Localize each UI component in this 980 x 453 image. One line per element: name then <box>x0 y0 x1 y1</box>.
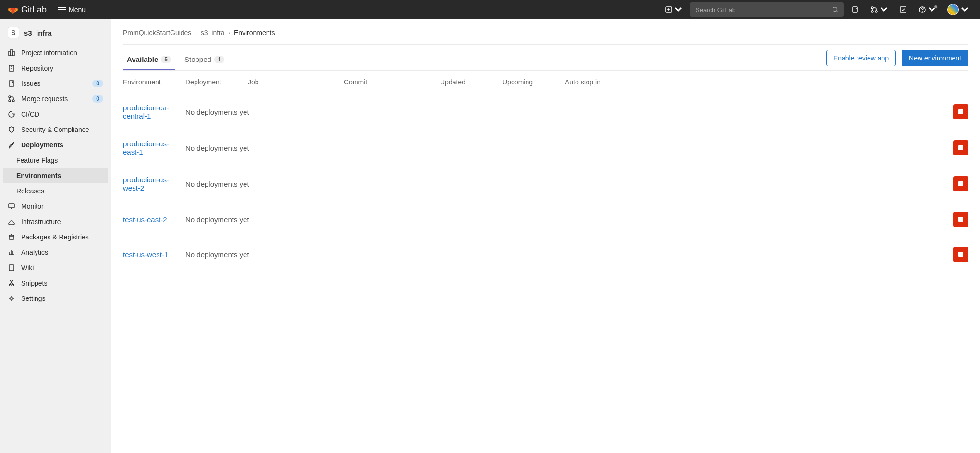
nav-label: CI/CD <box>21 110 39 118</box>
stop-icon <box>958 252 963 257</box>
environments-table-header: Environment Deployment Job Commit Update… <box>123 71 968 94</box>
sidebar-item-wiki[interactable]: Wiki <box>0 260 111 275</box>
environment-name-link[interactable]: test-us-east-2 <box>123 215 185 224</box>
stop-environment-button[interactable] <box>953 176 968 191</box>
svg-point-18 <box>12 100 14 102</box>
stop-environment-button[interactable] <box>953 140 968 155</box>
stop-icon <box>958 109 963 114</box>
shield-icon <box>8 126 15 133</box>
help-button[interactable] <box>915 3 940 16</box>
nav-label: Issues <box>21 80 40 87</box>
sidebar-item-snippets[interactable]: Snippets <box>0 275 111 291</box>
tab-count: 5 <box>161 56 171 63</box>
table-row: production-ca-central-1 No deployments y… <box>123 94 968 130</box>
nav-label: Merge requests <box>21 95 68 103</box>
cicd-icon <box>8 110 15 118</box>
svg-rect-22 <box>9 265 14 271</box>
issues-shortcut-button[interactable] <box>847 3 863 16</box>
nav-label: Repository <box>21 64 53 72</box>
svg-point-24 <box>12 284 14 286</box>
user-menu-button[interactable] <box>943 1 972 18</box>
stop-icon <box>958 181 963 186</box>
new-environment-button[interactable]: New environment <box>902 50 968 66</box>
topbar: GitLab Menu <box>0 0 980 19</box>
sidebar-item-releases[interactable]: Releases <box>0 183 111 199</box>
sidebar-item-settings[interactable]: Settings <box>0 291 111 306</box>
nav-label: Monitor <box>21 203 44 210</box>
sidebar-item-analytics[interactable]: Analytics <box>0 245 111 260</box>
table-row: test-us-east-2 No deployments yet <box>123 202 968 237</box>
sidebar-item-issues[interactable]: Issues 0 <box>0 76 111 91</box>
issues-count-badge: 0 <box>92 80 103 87</box>
sidebar-item-merge-requests[interactable]: Merge requests 0 <box>0 91 111 107</box>
col-upcoming: Upcoming <box>502 78 565 86</box>
gitlab-logo[interactable]: GitLab <box>8 4 47 15</box>
environment-name-link[interactable]: production-us-west-2 <box>123 176 185 192</box>
nav-label: Snippets <box>21 279 47 287</box>
svg-rect-14 <box>9 81 14 86</box>
breadcrumb: PmmQuickStartGuides › s3_infra › Environ… <box>123 29 968 45</box>
nav-label: Project information <box>21 49 77 57</box>
stop-environment-button[interactable] <box>953 104 968 119</box>
breadcrumb-separator: › <box>229 30 230 36</box>
sidebar: S s3_infra Project information Repositor… <box>0 19 111 453</box>
topbar-left: GitLab Menu <box>8 4 89 15</box>
create-new-button[interactable] <box>661 3 686 16</box>
merge-requests-shortcut-button[interactable] <box>867 3 892 16</box>
sidebar-item-security[interactable]: Security & Compliance <box>0 122 111 137</box>
sidebar-item-cicd[interactable]: CI/CD <box>0 107 111 122</box>
nav-label: Wiki <box>21 264 34 272</box>
sidebar-item-packages[interactable]: Packages & Registries <box>0 229 111 245</box>
deployments-subnav: Feature Flags Environments Releases <box>0 153 111 199</box>
menu-button[interactable]: Menu <box>54 4 89 15</box>
wiki-icon <box>8 264 15 272</box>
deployment-status: No deployments yet <box>185 108 949 116</box>
tab-stopped[interactable]: Stopped 1 <box>181 49 228 70</box>
sidebar-item-feature-flags[interactable]: Feature Flags <box>0 153 111 168</box>
chevron-down-icon <box>961 6 968 13</box>
gitlab-logo-icon <box>8 4 18 15</box>
todos-button[interactable] <box>895 3 911 16</box>
svg-point-23 <box>9 284 11 286</box>
nav-label: Deployments <box>21 141 63 149</box>
deployments-icon <box>8 141 15 149</box>
project-name: s3_infra <box>24 29 52 37</box>
mr-count-badge: 0 <box>92 95 103 103</box>
project-header[interactable]: S s3_infra <box>0 23 111 42</box>
sidebar-item-environments[interactable]: Environments <box>3 168 108 183</box>
nav-label: Analytics <box>21 249 48 256</box>
deployment-status: No deployments yet <box>185 180 949 188</box>
svg-point-15 <box>12 82 13 83</box>
environment-name-link[interactable]: production-ca-central-1 <box>123 104 185 120</box>
col-job: Job <box>248 78 344 86</box>
svg-rect-20 <box>9 204 14 208</box>
merge-icon <box>8 95 15 103</box>
gear-icon <box>8 295 15 302</box>
tab-count: 1 <box>214 56 224 63</box>
svg-point-4 <box>871 7 873 9</box>
search-input[interactable] <box>690 2 844 17</box>
svg-point-17 <box>9 100 11 102</box>
sidebar-item-infrastructure[interactable]: Infrastructure <box>0 214 111 229</box>
sidebar-item-deployments[interactable]: Deployments <box>0 137 111 153</box>
col-deployment: Deployment <box>185 78 248 86</box>
tab-available[interactable]: Available 5 <box>123 49 175 70</box>
col-updated: Updated <box>440 78 502 86</box>
sidebar-item-monitor[interactable]: Monitor <box>0 199 111 214</box>
project-avatar: S <box>8 27 19 38</box>
nav-label: Security & Compliance <box>21 126 89 133</box>
search-box <box>690 2 844 17</box>
sidebar-item-repository[interactable]: Repository <box>0 60 111 76</box>
avatar <box>947 4 959 15</box>
environment-name-link[interactable]: test-us-west-1 <box>123 250 185 259</box>
stop-environment-button[interactable] <box>953 212 968 227</box>
svg-rect-12 <box>13 51 14 56</box>
sidebar-item-project-information[interactable]: Project information <box>0 45 111 60</box>
environment-name-link[interactable]: production-us-east-1 <box>123 140 185 156</box>
breadcrumb-project[interactable]: s3_infra <box>201 29 225 36</box>
breadcrumb-group[interactable]: PmmQuickStartGuides <box>123 29 191 36</box>
enable-review-app-button[interactable]: Enable review app <box>826 50 896 66</box>
col-auto-stop: Auto stop in <box>565 78 627 86</box>
info-icon <box>8 49 15 57</box>
stop-environment-button[interactable] <box>953 247 968 262</box>
